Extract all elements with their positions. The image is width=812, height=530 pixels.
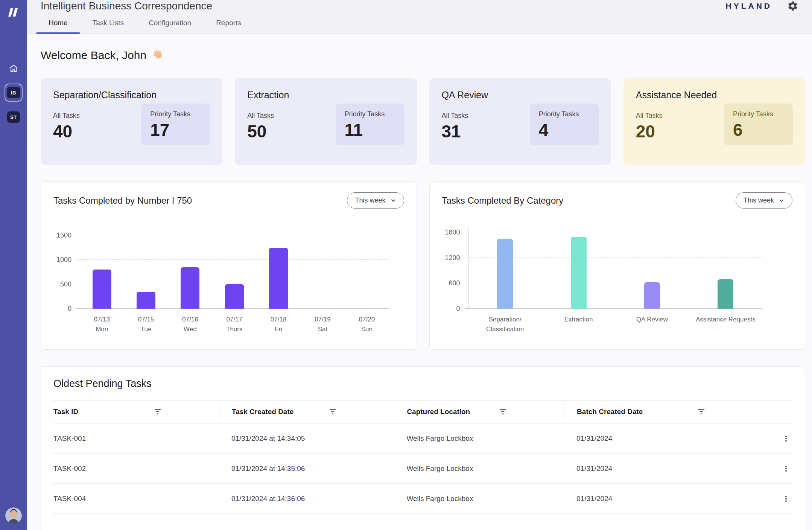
welcome-text: Welcome Back, John (41, 49, 146, 62)
x-tick-label: 07/18Fri (256, 315, 300, 335)
column-header-captured-location: Captured Location (394, 401, 564, 423)
x-tick-label: 07/20Sun (345, 315, 389, 335)
bar (137, 292, 155, 309)
priority-tasks-count: 17 (150, 121, 201, 139)
kebab-menu-icon (782, 465, 790, 473)
column-header-batch-created-date: Batch Created Date (564, 401, 763, 423)
bar (93, 270, 111, 309)
priority-tasks-box: Priority Tasks 11 (336, 104, 404, 145)
stat-card-title: Separation/Classification (53, 90, 210, 101)
row-actions-button[interactable] (780, 462, 792, 475)
charts-row: Tasks Completed by Number I 750 This wee… (41, 181, 805, 350)
cell-batch-created-date: 01/31/2024 (564, 434, 763, 443)
y-tick-label: 0 (68, 305, 71, 313)
workspace-ib[interactable]: IB (7, 87, 20, 98)
filter-icon (499, 408, 507, 416)
filter-captured-location-button[interactable] (498, 407, 508, 417)
page-title: Intelligent Business Correspondence (41, 0, 212, 12)
week-filter-label: This week (355, 196, 385, 204)
tab-reports[interactable]: Reports (204, 12, 254, 34)
filter-icon (154, 408, 162, 416)
app-root: IB ST Intelligent Business Correspondenc… (0, 0, 812, 530)
chevron-down-icon (779, 198, 785, 204)
priority-tasks-box: Priority Tasks 4 (530, 104, 599, 145)
priority-tasks-box: Priority Tasks 17 (141, 104, 210, 145)
x-tick-label: 07/15Tue (124, 315, 168, 335)
filter-batch-created-date-button[interactable] (696, 407, 706, 417)
y-tick-label: 600 (449, 279, 460, 287)
y-tick-label: 1200 (445, 254, 460, 262)
week-filter-label: This week (744, 196, 774, 204)
cell-task-created-date: 01/31/2024 at 14:36:06 (219, 495, 394, 503)
y-axis: 050010001500 (53, 228, 80, 309)
bar (571, 237, 587, 309)
plot-area (468, 228, 763, 309)
top-bar: Intelligent Business Correspondence HYLA… (27, 0, 812, 12)
stat-card-extraction: Extraction All Tasks 50 Priority Tasks 1… (235, 78, 417, 165)
x-tick-label: Assistance Requests (689, 315, 762, 335)
priority-tasks-count: 11 (345, 121, 395, 139)
priority-tasks-label: Priority Tasks (345, 110, 395, 118)
x-tick-label: QA Review (615, 315, 689, 335)
row-actions-button[interactable] (780, 432, 792, 445)
cell-captured-location: Wells Fargo Lockbox (394, 495, 564, 503)
cell-task-created-date: 01/31/2024 at 14:35:06 (219, 465, 394, 473)
stat-card-separation-classification: Separation/Classification All Tasks 40 P… (41, 78, 222, 165)
row-actions-button[interactable] (780, 492, 792, 505)
tab-configuration[interactable]: Configuration (136, 12, 204, 34)
chart-title: Tasks Completed By Category (442, 195, 564, 206)
y-tick-label: 1800 (445, 228, 460, 236)
kebab-menu-icon (782, 434, 790, 443)
workspace-st[interactable]: ST (7, 111, 20, 123)
bar (269, 248, 288, 309)
column-header-actions (763, 401, 792, 423)
priority-tasks-box: Priority Tasks 6 (724, 104, 793, 145)
all-tasks-count: 50 (247, 123, 274, 140)
user-avatar[interactable] (5, 507, 22, 524)
x-tick-label: 07/16Wed (168, 315, 212, 335)
filter-icon (697, 408, 706, 416)
tab-home[interactable]: Home (36, 12, 80, 34)
table-title: Oldest Pending Tasks (53, 378, 792, 390)
all-tasks-label: All Tasks (442, 112, 468, 120)
bar (181, 267, 199, 309)
x-tick-label: 07/17Thurs (212, 315, 256, 335)
stat-card-title: QA Review (442, 90, 599, 101)
x-axis: 07/13Mon07/15Tue07/16Wed07/17Thurs07/18F… (80, 315, 389, 335)
all-tasks-count: 20 (636, 123, 663, 140)
x-tick-label: 07/19Sat (301, 315, 345, 335)
cell-task-id: TASK-001 (53, 434, 219, 443)
main-area: Intelligent Business Correspondence HYLA… (27, 0, 812, 530)
table-row: TASK-002 01/31/2024 at 14:35:06 Wells Fa… (53, 454, 792, 484)
week-filter-dropdown[interactable]: This week (347, 192, 404, 209)
week-filter-dropdown[interactable]: This week (736, 192, 792, 209)
y-tick-label: 1000 (56, 256, 71, 264)
chart-title: Tasks Completed by Number I 750 (53, 195, 192, 206)
stat-card-title: Extraction (247, 90, 404, 101)
filter-task-created-date-button[interactable] (328, 407, 338, 417)
column-header-task-id: Task ID (53, 401, 219, 423)
cell-task-id: TASK-004 (53, 495, 219, 503)
bar (644, 282, 660, 309)
stat-card-assistance-needed: Assistance Needed All Tasks 20 Priority … (623, 78, 805, 165)
sidebar: IB ST (0, 0, 27, 530)
page-content: Welcome Back, John Separation/Classifica… (27, 34, 812, 530)
filter-task-id-button[interactable] (153, 407, 163, 417)
filter-icon (328, 408, 337, 416)
cell-captured-location: Wells Fargo Lockbox (394, 434, 564, 443)
workspace-ib-selected-ring: IB (5, 84, 23, 102)
gear-icon (787, 0, 798, 12)
hyland-wordmark: HYLAND (726, 2, 772, 11)
stat-card-title: Assistance Needed (636, 90, 793, 101)
hyland-logo-icon (7, 8, 20, 19)
bar-chart-tasks-by-category: 060012001800Separation/ClassificationExt… (442, 228, 793, 335)
stat-card-qa-review: QA Review All Tasks 31 Priority Tasks 4 (429, 78, 611, 165)
cell-captured-location: Wells Fargo Lockbox (394, 465, 564, 473)
priority-tasks-label: Priority Tasks (733, 110, 784, 118)
tab-bar: Home Task Lists Configuration Reports (27, 12, 812, 34)
all-tasks-count: 31 (442, 123, 468, 140)
tab-task-lists[interactable]: Task Lists (80, 12, 136, 34)
settings-button[interactable] (787, 0, 798, 12)
home-icon[interactable] (7, 62, 20, 75)
x-tick-label: 07/13Mon (80, 315, 124, 335)
